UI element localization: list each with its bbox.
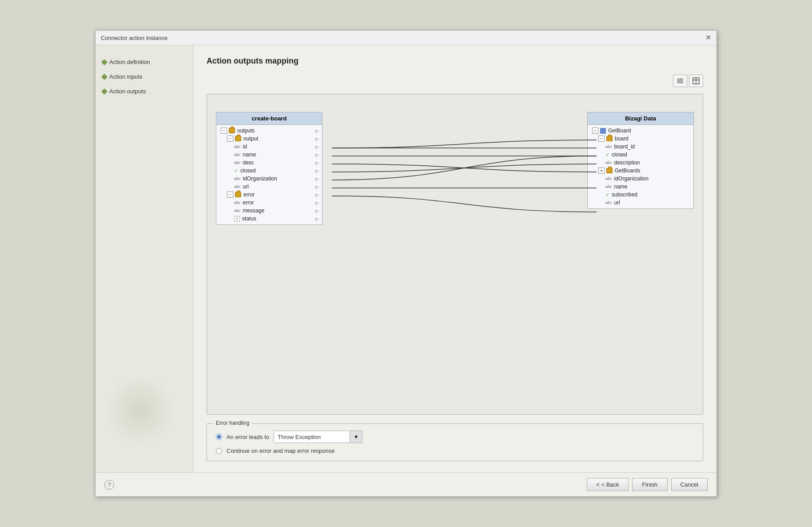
dropdown-value: Throw Exception bbox=[274, 434, 350, 440]
bag-icon bbox=[235, 136, 241, 141]
close-button[interactable]: ✕ bbox=[705, 34, 711, 41]
arrow-icon: ▷ bbox=[314, 192, 320, 198]
dropdown-arrow-icon[interactable]: ▼ bbox=[350, 431, 362, 443]
tree-row: − GetBoard bbox=[588, 127, 693, 135]
mapping-area: create-board − outputs ▷ bbox=[207, 94, 703, 415]
left-tree-panel: create-board − outputs ▷ bbox=[216, 112, 322, 225]
throw-exception-dropdown[interactable]: Throw Exception ▼ bbox=[274, 431, 362, 443]
layout-icon-2 bbox=[692, 77, 700, 85]
tree-row: − outputs ▷ bbox=[216, 127, 322, 135]
grid-icon bbox=[600, 128, 606, 134]
abc-icon: abc bbox=[605, 184, 612, 189]
right-tree-body: − GetBoard − board bbox=[588, 125, 693, 208]
mapping-canvas: create-board − outputs ▷ bbox=[216, 103, 694, 405]
layout-icon-1 bbox=[676, 77, 684, 85]
expand-icon[interactable]: − bbox=[221, 128, 227, 134]
abc-icon: abc bbox=[605, 176, 612, 181]
title-bar: Connector action instance ✕ bbox=[96, 31, 716, 45]
num-icon: 1 bbox=[234, 216, 240, 222]
dialog-title: Connector action instance bbox=[101, 35, 167, 41]
arrow-icon: ▷ bbox=[314, 176, 320, 182]
expand-icon[interactable]: − bbox=[598, 136, 605, 142]
tree-row: abc board_id bbox=[588, 143, 693, 151]
toolbar bbox=[207, 75, 703, 87]
error-row-2: Continue on error and map error response bbox=[216, 447, 694, 454]
left-tree-body: − outputs ▷ − output ▷ bbox=[216, 125, 322, 224]
sidebar-item-action-outputs[interactable]: Action outputs bbox=[102, 88, 186, 95]
sidebar: Action definition Action inputs Action o… bbox=[96, 45, 193, 472]
arrow-icon: ▷ bbox=[314, 168, 320, 174]
tree-row: abc id ▷ bbox=[216, 143, 322, 151]
cancel-button[interactable]: Cancel bbox=[671, 478, 708, 491]
tree-row: abc url ▷ bbox=[216, 183, 322, 191]
layout-btn-1[interactable] bbox=[673, 75, 687, 87]
sidebar-item-action-inputs[interactable]: Action inputs bbox=[102, 73, 186, 80]
tree-row: abc idOrganization ▷ bbox=[216, 175, 322, 183]
arrow-icon: ▷ bbox=[314, 128, 320, 134]
tree-row: − error ▷ bbox=[216, 191, 322, 199]
tree-row: ✓ closed ▷ bbox=[216, 167, 322, 175]
abc-icon: abc bbox=[234, 200, 241, 205]
arrow-icon: ▷ bbox=[314, 208, 320, 214]
bag-icon bbox=[235, 192, 241, 197]
sidebar-item-action-definition[interactable]: Action definition bbox=[102, 59, 186, 65]
diamond-icon bbox=[101, 73, 107, 80]
expand-icon[interactable]: − bbox=[227, 192, 233, 198]
abc-icon: abc bbox=[605, 160, 612, 165]
diamond-icon bbox=[101, 88, 107, 94]
arrow-icon: ▷ bbox=[314, 152, 320, 158]
tree-row: abc desc ▷ bbox=[216, 159, 322, 167]
error-row-1: An error leads to Throw Exception ▼ bbox=[216, 431, 694, 443]
help-button[interactable]: ? bbox=[104, 480, 114, 490]
arrow-icon: ▷ bbox=[314, 216, 320, 222]
error-handling-legend: Error handling bbox=[214, 420, 251, 426]
expand-icon[interactable]: + bbox=[598, 168, 605, 174]
radio-error-leads-to[interactable] bbox=[216, 434, 222, 440]
expand-icon[interactable]: − bbox=[592, 128, 598, 134]
right-tree-panel: Bizagi Data − GetBoard bbox=[587, 112, 694, 209]
tree-row: 1 status ▷ bbox=[216, 215, 322, 223]
dialog-footer: ? < < Back Finish Cancel bbox=[96, 472, 716, 496]
tree-row: abc error ▷ bbox=[216, 199, 322, 207]
section-title: Action outputs mapping bbox=[207, 56, 703, 66]
tree-row: abc name bbox=[588, 183, 693, 191]
abc-icon: abc bbox=[234, 144, 241, 149]
tree-row: ✓ closed bbox=[588, 151, 693, 159]
error-handling-section: Error handling An error leads to Throw E… bbox=[207, 423, 703, 461]
tree-row: abc url bbox=[588, 199, 693, 207]
arrow-icon: ▷ bbox=[314, 160, 320, 166]
sidebar-item-label: Action outputs bbox=[109, 88, 146, 95]
tree-row: abc idOrganization bbox=[588, 175, 693, 183]
tree-row: abc message ▷ bbox=[216, 207, 322, 215]
abc-icon: abc bbox=[234, 184, 241, 189]
diamond-icon bbox=[101, 59, 107, 65]
abc-icon: abc bbox=[605, 200, 612, 205]
abc-icon: abc bbox=[234, 152, 241, 157]
finish-button[interactable]: Finish bbox=[632, 478, 668, 491]
bag-icon bbox=[229, 128, 235, 133]
dialog-body: Action definition Action inputs Action o… bbox=[96, 45, 716, 472]
abc-icon: abc bbox=[234, 160, 241, 165]
right-panel-header: Bizagi Data bbox=[588, 112, 693, 125]
arrow-icon: ▷ bbox=[314, 136, 320, 142]
tree-row: abc description bbox=[588, 159, 693, 167]
tree-row: − output ▷ bbox=[216, 135, 322, 143]
check-icon: ✓ bbox=[605, 152, 609, 158]
continue-on-error-label: Continue on error and map error response bbox=[227, 447, 335, 454]
arrow-icon: ▷ bbox=[314, 144, 320, 150]
radio-continue-on-error[interactable] bbox=[216, 448, 222, 454]
check-icon: ✓ bbox=[234, 168, 238, 174]
back-button[interactable]: < < Back bbox=[587, 478, 628, 491]
abc-icon: abc bbox=[234, 208, 241, 213]
abc-icon: abc bbox=[234, 176, 241, 181]
bag-icon bbox=[606, 168, 613, 173]
expand-icon[interactable]: − bbox=[227, 136, 233, 142]
layout-btn-2[interactable] bbox=[689, 75, 703, 87]
main-content: Action outputs mapping bbox=[193, 45, 716, 472]
error-leads-to-label: An error leads to bbox=[227, 434, 269, 440]
arrow-icon: ▷ bbox=[314, 200, 320, 206]
sidebar-item-label: Action definition bbox=[109, 59, 150, 65]
left-panel-header: create-board bbox=[216, 112, 322, 125]
tree-row: abc name ▷ bbox=[216, 151, 322, 159]
check-icon: ✓ bbox=[605, 192, 609, 198]
